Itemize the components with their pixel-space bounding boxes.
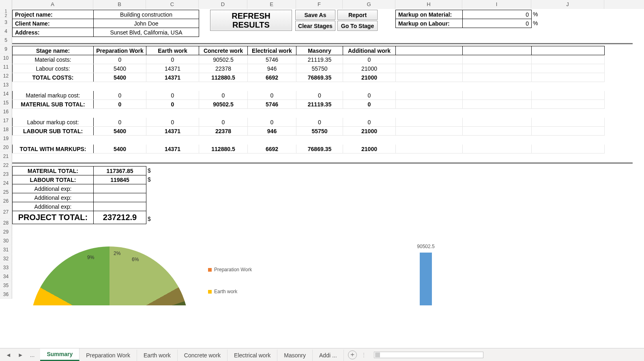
row-header[interactable]: 25 bbox=[0, 188, 12, 197]
stage-name[interactable]: Additional work bbox=[343, 46, 396, 55]
row-header[interactable]: 17 bbox=[0, 116, 12, 125]
col-header[interactable]: E bbox=[247, 0, 296, 9]
add-sheet-button[interactable]: ＋ bbox=[348, 350, 357, 359]
cell-value[interactable] bbox=[343, 109, 396, 118]
cell-value[interactable]: 76869.35 bbox=[296, 145, 343, 153]
empty-cell[interactable] bbox=[396, 136, 463, 145]
row-header[interactable]: 31 bbox=[0, 245, 12, 254]
cell-value[interactable]: 14371 bbox=[146, 127, 199, 136]
cell-value[interactable]: 21000 bbox=[343, 145, 396, 153]
cell-value[interactable] bbox=[296, 136, 343, 145]
cell-value[interactable]: 55750 bbox=[296, 64, 343, 73]
cell-value[interactable]: 0 bbox=[296, 91, 343, 100]
stages-header-label[interactable]: Stage name: bbox=[13, 46, 94, 55]
row-label[interactable]: Material markup cost: bbox=[13, 91, 94, 100]
empty-cell[interactable] bbox=[532, 73, 605, 82]
empty-cell[interactable] bbox=[532, 118, 605, 127]
total-row-value[interactable] bbox=[94, 193, 146, 202]
col-header[interactable]: G bbox=[343, 0, 395, 9]
clear-stages-button[interactable]: Clear Stages bbox=[295, 21, 335, 31]
empty-cell[interactable] bbox=[463, 118, 532, 127]
cell-value[interactable]: 22378 bbox=[199, 127, 248, 136]
sheet-tab[interactable]: Earth work bbox=[137, 350, 178, 361]
empty-cell[interactable] bbox=[532, 127, 605, 136]
tab-nav-ellipsis[interactable]: ... bbox=[27, 350, 38, 360]
empty-cell[interactable] bbox=[396, 109, 463, 118]
cell-value[interactable]: 0 bbox=[199, 118, 248, 127]
row-label[interactable]: Labour markup cost: bbox=[13, 118, 94, 127]
empty-cell[interactable] bbox=[396, 127, 463, 136]
cell-value[interactable]: 0 bbox=[343, 91, 396, 100]
row-header[interactable]: 24 bbox=[0, 179, 12, 188]
row-header[interactable]: 26 bbox=[0, 197, 12, 205]
horizontal-scrollbar[interactable]: ◄ bbox=[374, 352, 483, 358]
row-header[interactable]: 22 bbox=[0, 161, 12, 170]
row-label[interactable] bbox=[13, 82, 94, 91]
cell-value[interactable] bbox=[94, 82, 146, 91]
stage-name[interactable] bbox=[532, 46, 605, 55]
cell-value[interactable]: 21000 bbox=[343, 73, 396, 82]
col-header[interactable]: D bbox=[199, 0, 247, 9]
row-label[interactable]: MATERIAL SUB TOTAL: bbox=[13, 100, 94, 109]
row-header[interactable]: 34 bbox=[0, 272, 12, 281]
row-label[interactable]: TOTAL WITH MARKUPS: bbox=[13, 145, 94, 153]
empty-cell[interactable] bbox=[463, 91, 532, 100]
row-header[interactable]: 36 bbox=[0, 290, 12, 299]
cell-value[interactable] bbox=[146, 109, 199, 118]
cell-value[interactable]: 5400 bbox=[94, 73, 146, 82]
empty-cell[interactable] bbox=[396, 118, 463, 127]
markup-material-value[interactable]: 0 bbox=[463, 10, 532, 19]
row-header[interactable]: 19 bbox=[0, 134, 12, 143]
row-header[interactable]: 21 bbox=[0, 152, 12, 161]
empty-cell[interactable] bbox=[532, 91, 605, 100]
col-header[interactable]: C bbox=[146, 0, 199, 9]
total-row-value[interactable]: 117367.85 bbox=[94, 166, 146, 175]
row-header[interactable]: 9 bbox=[0, 45, 12, 54]
row-header[interactable]: 29 bbox=[0, 227, 12, 236]
cell-value[interactable]: 5400 bbox=[94, 64, 146, 73]
row-header[interactable]: 27 bbox=[0, 205, 12, 218]
go-to-stage-button[interactable]: Go To Stage bbox=[337, 21, 378, 31]
empty-cell[interactable] bbox=[396, 145, 463, 153]
cell-value[interactable]: 0 bbox=[248, 91, 296, 100]
empty-cell[interactable] bbox=[463, 109, 532, 118]
stage-name[interactable]: Earth work bbox=[146, 46, 199, 55]
cell-value[interactable]: 946 bbox=[248, 64, 296, 73]
empty-cell[interactable] bbox=[463, 73, 532, 82]
cell-value[interactable] bbox=[248, 82, 296, 91]
cell-value[interactable]: 0 bbox=[343, 118, 396, 127]
col-header[interactable]: J bbox=[531, 0, 604, 9]
cell-value[interactable]: 0 bbox=[343, 55, 396, 64]
cell-value[interactable] bbox=[199, 136, 248, 145]
empty-cell[interactable] bbox=[532, 55, 605, 64]
cell-value[interactable]: 14371 bbox=[146, 145, 199, 153]
empty-cell[interactable] bbox=[532, 82, 605, 91]
cell-value[interactable]: 90502.5 bbox=[199, 100, 248, 109]
cell-value[interactable]: 0 bbox=[146, 55, 199, 64]
row-header[interactable]: 30 bbox=[0, 236, 12, 245]
empty-cell[interactable] bbox=[396, 100, 463, 109]
row-label[interactable]: Labour costs: bbox=[13, 64, 94, 73]
project-total-value[interactable]: 237212.9 bbox=[94, 211, 146, 224]
cell-value[interactable]: 5746 bbox=[248, 100, 296, 109]
row-header[interactable]: 33 bbox=[0, 263, 12, 272]
empty-cell[interactable] bbox=[463, 127, 532, 136]
stage-name[interactable]: Electrical work bbox=[248, 46, 296, 55]
col-header[interactable]: I bbox=[462, 0, 531, 9]
empty-cell[interactable] bbox=[396, 82, 463, 91]
cell-value[interactable]: 21119.35 bbox=[296, 55, 343, 64]
tab-nav-prev-icon[interactable]: ◄ bbox=[2, 350, 15, 360]
row-header[interactable]: 14 bbox=[0, 89, 12, 98]
sheet-tab[interactable]: Masonry bbox=[277, 350, 313, 361]
row-header[interactable]: 4 bbox=[0, 27, 12, 36]
row-header[interactable]: 11 bbox=[0, 63, 12, 71]
stage-name[interactable]: Masonry bbox=[296, 46, 343, 55]
cell-value[interactable] bbox=[146, 82, 199, 91]
cell-value[interactable] bbox=[343, 82, 396, 91]
client-name-value[interactable]: John Doe bbox=[94, 19, 199, 28]
row-header[interactable]: 35 bbox=[0, 281, 12, 290]
total-row-value[interactable] bbox=[94, 202, 146, 211]
cell-value[interactable] bbox=[248, 136, 296, 145]
cell-value[interactable]: 22378 bbox=[199, 64, 248, 73]
report-button[interactable]: Report bbox=[337, 10, 378, 20]
